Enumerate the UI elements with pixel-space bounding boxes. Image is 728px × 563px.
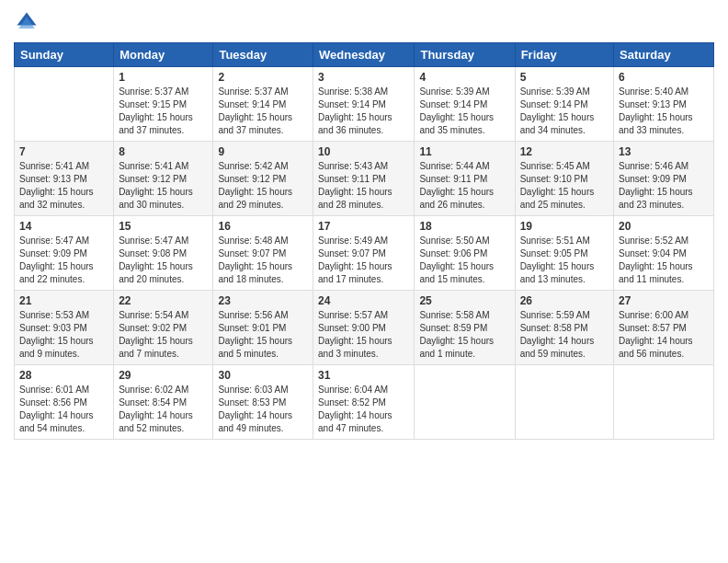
calendar-cell: 8Sunrise: 5:41 AM Sunset: 9:12 PM Daylig… [114, 142, 213, 216]
calendar-cell: 3Sunrise: 5:38 AM Sunset: 9:14 PM Daylig… [313, 67, 415, 142]
calendar-cell: 7Sunrise: 5:41 AM Sunset: 9:13 PM Daylig… [15, 142, 114, 216]
calendar-cell: 2Sunrise: 5:37 AM Sunset: 9:14 PM Daylig… [213, 67, 313, 142]
day-info: Sunrise: 5:45 AM Sunset: 9:10 PM Dayligh… [520, 160, 609, 212]
calendar-cell: 31Sunrise: 6:04 AM Sunset: 8:52 PM Dayli… [313, 365, 415, 440]
calendar-cell: 25Sunrise: 5:58 AM Sunset: 8:59 PM Dayli… [415, 291, 515, 365]
header [14, 9, 714, 35]
day-info: Sunrise: 6:02 AM Sunset: 8:54 PM Dayligh… [119, 384, 208, 435]
calendar-cell: 18Sunrise: 5:50 AM Sunset: 9:06 PM Dayli… [415, 216, 515, 291]
calendar-cell: 13Sunrise: 5:46 AM Sunset: 9:09 PM Dayli… [614, 142, 714, 216]
calendar-cell: 11Sunrise: 5:44 AM Sunset: 9:11 PM Dayli… [415, 142, 515, 216]
day-number: 29 [119, 369, 208, 382]
calendar-cell: 28Sunrise: 6:01 AM Sunset: 8:56 PM Dayli… [15, 365, 114, 440]
logo [14, 9, 43, 35]
calendar-table: SundayMondayTuesdayWednesdayThursdayFrid… [14, 42, 714, 440]
calendar-cell: 24Sunrise: 5:57 AM Sunset: 9:00 PM Dayli… [313, 291, 415, 365]
day-info: Sunrise: 5:39 AM Sunset: 9:14 PM Dayligh… [419, 86, 509, 137]
day-info: Sunrise: 5:49 AM Sunset: 9:07 PM Dayligh… [318, 235, 409, 286]
day-info: Sunrise: 5:59 AM Sunset: 8:58 PM Dayligh… [520, 309, 609, 361]
day-info: Sunrise: 5:53 AM Sunset: 9:03 PM Dayligh… [19, 309, 108, 361]
day-info: Sunrise: 5:44 AM Sunset: 9:11 PM Dayligh… [419, 160, 509, 212]
day-number: 20 [619, 220, 709, 233]
day-info: Sunrise: 6:03 AM Sunset: 8:53 PM Dayligh… [218, 384, 308, 435]
week-row-3: 14Sunrise: 5:47 AM Sunset: 9:09 PM Dayli… [15, 216, 714, 291]
day-info: Sunrise: 5:50 AM Sunset: 9:06 PM Dayligh… [419, 235, 509, 286]
calendar-cell: 22Sunrise: 5:54 AM Sunset: 9:02 PM Dayli… [114, 291, 213, 365]
day-number: 27 [619, 294, 709, 307]
weekday-header-tuesday: Tuesday [213, 43, 313, 67]
calendar-cell: 20Sunrise: 5:52 AM Sunset: 9:04 PM Dayli… [614, 216, 714, 291]
day-info: Sunrise: 5:52 AM Sunset: 9:04 PM Dayligh… [619, 235, 709, 286]
day-info: Sunrise: 6:00 AM Sunset: 8:57 PM Dayligh… [619, 309, 709, 361]
day-info: Sunrise: 5:41 AM Sunset: 9:13 PM Dayligh… [19, 160, 108, 212]
day-number: 13 [619, 145, 709, 158]
day-info: Sunrise: 6:01 AM Sunset: 8:56 PM Dayligh… [19, 384, 108, 435]
weekday-header-wednesday: Wednesday [313, 43, 415, 67]
day-info: Sunrise: 5:47 AM Sunset: 9:09 PM Dayligh… [19, 235, 108, 286]
day-number: 4 [419, 71, 509, 84]
day-number: 28 [19, 369, 108, 382]
day-number: 5 [520, 71, 609, 84]
calendar-cell: 14Sunrise: 5:47 AM Sunset: 9:09 PM Dayli… [15, 216, 114, 291]
day-number: 12 [520, 145, 609, 158]
day-info: Sunrise: 6:04 AM Sunset: 8:52 PM Dayligh… [318, 384, 409, 435]
week-row-1: 1Sunrise: 5:37 AM Sunset: 9:15 PM Daylig… [15, 67, 714, 142]
day-number: 25 [419, 294, 509, 307]
calendar-cell [15, 67, 114, 142]
day-info: Sunrise: 5:40 AM Sunset: 9:13 PM Dayligh… [619, 86, 709, 137]
day-number: 11 [419, 145, 509, 158]
calendar-cell: 21Sunrise: 5:53 AM Sunset: 9:03 PM Dayli… [15, 291, 114, 365]
calendar-cell: 4Sunrise: 5:39 AM Sunset: 9:14 PM Daylig… [415, 67, 515, 142]
day-info: Sunrise: 5:57 AM Sunset: 9:00 PM Dayligh… [318, 309, 409, 361]
calendar-cell: 19Sunrise: 5:51 AM Sunset: 9:05 PM Dayli… [515, 216, 613, 291]
day-info: Sunrise: 5:54 AM Sunset: 9:02 PM Dayligh… [119, 309, 208, 361]
day-info: Sunrise: 5:46 AM Sunset: 9:09 PM Dayligh… [619, 160, 709, 212]
weekday-header-row: SundayMondayTuesdayWednesdayThursdayFrid… [15, 43, 714, 67]
day-number: 1 [119, 71, 208, 84]
day-info: Sunrise: 5:51 AM Sunset: 9:05 PM Dayligh… [520, 235, 609, 286]
day-info: Sunrise: 5:38 AM Sunset: 9:14 PM Dayligh… [318, 86, 409, 137]
day-number: 9 [218, 145, 308, 158]
weekday-header-sunday: Sunday [15, 43, 114, 67]
day-number: 31 [318, 369, 409, 382]
day-number: 23 [218, 294, 308, 307]
day-number: 8 [119, 145, 208, 158]
weekday-header-friday: Friday [515, 43, 613, 67]
day-info: Sunrise: 5:47 AM Sunset: 9:08 PM Dayligh… [119, 235, 208, 286]
day-number: 3 [318, 71, 409, 84]
calendar-cell: 29Sunrise: 6:02 AM Sunset: 8:54 PM Dayli… [114, 365, 213, 440]
calendar-cell [415, 365, 515, 440]
day-info: Sunrise: 5:58 AM Sunset: 8:59 PM Dayligh… [419, 309, 509, 361]
day-number: 24 [318, 294, 409, 307]
day-number: 30 [218, 369, 308, 382]
week-row-2: 7Sunrise: 5:41 AM Sunset: 9:13 PM Daylig… [15, 142, 714, 216]
day-number: 19 [520, 220, 609, 233]
day-info: Sunrise: 5:42 AM Sunset: 9:12 PM Dayligh… [218, 160, 308, 212]
calendar-cell: 1Sunrise: 5:37 AM Sunset: 9:15 PM Daylig… [114, 67, 213, 142]
page-container: SundayMondayTuesdayWednesdayThursdayFrid… [0, 0, 728, 449]
day-info: Sunrise: 5:41 AM Sunset: 9:12 PM Dayligh… [119, 160, 208, 212]
day-number: 14 [19, 220, 108, 233]
weekday-header-thursday: Thursday [415, 43, 515, 67]
calendar-cell: 5Sunrise: 5:39 AM Sunset: 9:14 PM Daylig… [515, 67, 613, 142]
calendar-cell: 17Sunrise: 5:49 AM Sunset: 9:07 PM Dayli… [313, 216, 415, 291]
day-info: Sunrise: 5:56 AM Sunset: 9:01 PM Dayligh… [218, 309, 308, 361]
weekday-header-monday: Monday [114, 43, 213, 67]
calendar-cell: 9Sunrise: 5:42 AM Sunset: 9:12 PM Daylig… [213, 142, 313, 216]
day-number: 15 [119, 220, 208, 233]
calendar-cell [614, 365, 714, 440]
calendar-cell: 15Sunrise: 5:47 AM Sunset: 9:08 PM Dayli… [114, 216, 213, 291]
day-number: 18 [419, 220, 509, 233]
day-info: Sunrise: 5:39 AM Sunset: 9:14 PM Dayligh… [520, 86, 609, 137]
weekday-header-saturday: Saturday [614, 43, 714, 67]
day-number: 17 [318, 220, 409, 233]
logo-icon [14, 9, 40, 35]
calendar-cell: 6Sunrise: 5:40 AM Sunset: 9:13 PM Daylig… [614, 67, 714, 142]
day-number: 21 [19, 294, 108, 307]
day-number: 7 [19, 145, 108, 158]
day-info: Sunrise: 5:43 AM Sunset: 9:11 PM Dayligh… [318, 160, 409, 212]
calendar-cell [515, 365, 613, 440]
week-row-4: 21Sunrise: 5:53 AM Sunset: 9:03 PM Dayli… [15, 291, 714, 365]
calendar-cell: 12Sunrise: 5:45 AM Sunset: 9:10 PM Dayli… [515, 142, 613, 216]
day-info: Sunrise: 5:48 AM Sunset: 9:07 PM Dayligh… [218, 235, 308, 286]
